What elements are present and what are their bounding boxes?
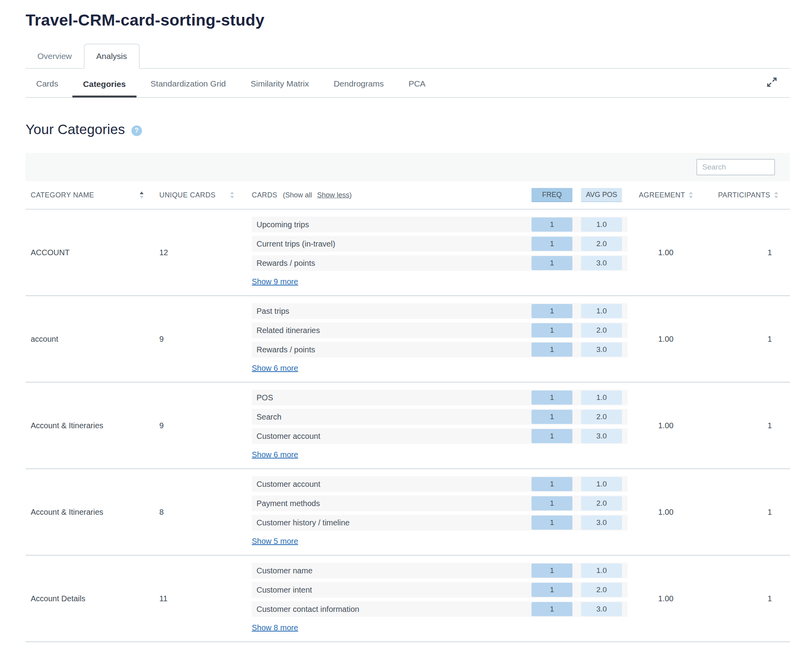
show-more-link[interactable]: Show 9 more [252,277,298,286]
card-freq-value: 1 [531,410,572,424]
card-name: Customer name [252,566,531,575]
cards-cell: Customer name 1 1.0 Customer intent 1 2.… [238,556,627,641]
analysis-sub-tab-bar: Cards Categories Standardization Grid Si… [26,69,790,98]
card-name: Rewards / points [252,259,531,268]
card-item: Related itineraries 1 2.0 [252,322,627,338]
cards-cell: Past trips 1 1.0 Related itineraries 1 2… [238,296,627,382]
subtab-pca[interactable]: PCA [398,69,436,97]
card-name: POS [252,393,531,402]
tab-analysis[interactable]: Analysis [84,44,140,69]
show-more-link[interactable]: Show 6 more [252,364,298,373]
table-row: Account Details 11 Customer name 1 1.0 C… [26,556,790,642]
agreement-value: 1.00 [627,248,704,257]
show-more-link[interactable]: Show 5 more [252,537,298,546]
cards-cell: POS 1 1.0 Search 1 2.0 Customer account … [238,383,627,468]
tab-overview[interactable]: Overview [26,44,84,68]
card-item: POS 1 1.0 [252,390,627,405]
column-header-cards: CARDS (Show all Show less) FREQ AVG POS [238,188,627,202]
column-header-unique-cards[interactable]: UNIQUE CARDS [144,191,238,199]
card-item: Current trips (in-travel) 1 2.0 [252,236,627,252]
card-freq-value: 1 [531,304,572,318]
category-name: ACCOUNT [26,248,144,257]
cards-cell: Upcoming trips 1 1.0 Current trips (in-t… [238,210,627,295]
card-avg-pos-value: 2.0 [581,237,622,251]
participants-value: 1 [704,508,790,517]
sort-agreement-icon[interactable] [689,192,693,199]
agreement-value: 1.00 [627,335,704,344]
card-name: Customer intent [252,586,531,595]
unique-cards-count: 11 [144,594,238,603]
expand-fullscreen-button[interactable] [766,76,778,90]
sort-participants-icon[interactable] [774,192,778,199]
card-item: Past trips 1 1.0 [252,303,627,319]
column-header-avg-pos[interactable]: AVG POS [581,188,622,202]
card-item: Customer name 1 1.0 [252,563,627,578]
card-item: Upcoming trips 1 1.0 [252,217,627,232]
cards-cell: Customer account 1 1.0 Payment methods 1… [238,469,627,555]
section-title: Your Categories [26,122,125,137]
category-name: Account Details [26,594,144,603]
card-avg-pos-value: 3.0 [581,602,622,616]
card-avg-pos-value: 2.0 [581,496,622,510]
card-name: Customer account [252,480,531,489]
card-avg-pos-value: 2.0 [581,323,622,337]
show-more-link[interactable]: Show 6 more [252,450,298,459]
agreement-value: 1.00 [627,508,704,517]
subtab-cards[interactable]: Cards [26,69,69,97]
card-freq-value: 1 [531,496,572,510]
card-freq-value: 1 [531,583,572,597]
card-freq-value: 1 [531,429,572,443]
table-row: Account & Itineraries 9 POS 1 1.0 Search… [26,383,790,469]
help-icon[interactable]: ? [131,125,142,136]
subtab-standardization-grid[interactable]: Standardization Grid [140,69,236,97]
card-name: Customer contact information [252,605,531,614]
subtab-similarity-matrix[interactable]: Similarity Matrix [240,69,319,97]
column-header-participants[interactable]: PARTICIPANTS [704,191,790,199]
participants-value: 1 [704,335,790,344]
unique-cards-count: 9 [144,421,238,430]
page: Travel-CRM-card-sorting-study Overview A… [0,0,812,642]
table-row: ACCOUNT 12 Upcoming trips 1 1.0 Current … [26,210,790,296]
section-header: Your Categories ? [26,122,790,137]
column-header-agreement[interactable]: AGREEMENT [627,191,704,199]
show-all-link[interactable]: (Show all [283,191,312,199]
card-item: Rewards / points 1 3.0 [252,255,627,271]
card-name: Customer history / timeline [252,518,531,527]
table-row: account 9 Past trips 1 1.0 Related itine… [26,296,790,383]
card-name: Rewards / points [252,345,531,354]
card-item: Search 1 2.0 [252,409,627,425]
subtab-dendrograms[interactable]: Dendrograms [323,69,394,97]
card-freq-value: 1 [531,477,572,491]
card-item: Customer intent 1 2.0 [252,582,627,598]
card-item: Customer contact information 1 3.0 [252,601,627,617]
unique-cards-count: 9 [144,335,238,344]
subtab-categories[interactable]: Categories [72,69,137,98]
card-item: Rewards / points 1 3.0 [252,342,627,357]
card-avg-pos-value: 1.0 [581,390,622,405]
column-header-freq[interactable]: FREQ [531,188,572,202]
card-name: Related itineraries [252,326,531,335]
sort-unique-cards-icon[interactable] [230,192,234,199]
show-less-link[interactable]: Show less [317,191,349,199]
show-more-link[interactable]: Show 8 more [252,623,298,632]
card-item: Customer account 1 3.0 [252,428,627,444]
column-header-category-name[interactable]: CATEGORY NAME [26,191,144,199]
card-avg-pos-value: 3.0 [581,516,622,530]
category-name: Account & Itineraries [26,421,144,430]
card-avg-pos-value: 1.0 [581,477,622,491]
card-avg-pos-value: 2.0 [581,410,622,424]
card-freq-value: 1 [531,343,572,357]
card-name: Customer account [252,432,531,441]
agreement-value: 1.00 [627,594,704,603]
table-row: Account & Itineraries 8 Customer account… [26,469,790,556]
card-name: Past trips [252,307,531,316]
card-avg-pos-value: 3.0 [581,343,622,357]
categories-table: CATEGORY NAME UNIQUE CARDS CARDS (Show a… [26,153,790,642]
sort-category-name-icon[interactable] [140,192,144,199]
search-input[interactable] [696,159,775,175]
card-name: Current trips (in-travel) [252,239,531,249]
card-item: Customer history / timeline 1 3.0 [252,515,627,530]
card-item: Customer account 1 1.0 [252,476,627,492]
card-name: Upcoming trips [252,220,531,229]
card-avg-pos-value: 1.0 [581,304,622,318]
